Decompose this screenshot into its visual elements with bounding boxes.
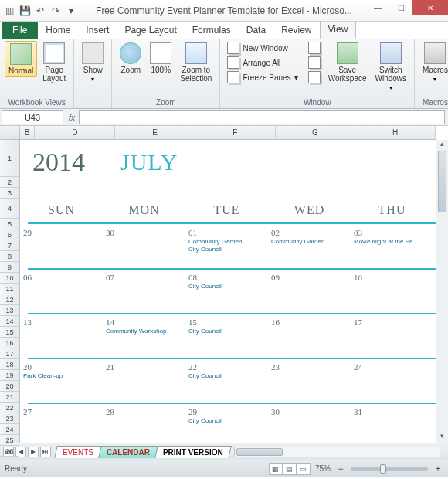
row-header[interactable]: 20 (0, 381, 19, 392)
scroll-down-icon[interactable]: ▾ (436, 432, 448, 443)
normal-view-button[interactable]: Normal (5, 41, 37, 77)
calendar-cell[interactable]: 03Movie Night at the Pa (351, 226, 433, 254)
calendar-cell[interactable]: 09 (268, 271, 351, 291)
name-box[interactable]: U43 (2, 110, 63, 124)
worksheet-cells[interactable]: 2014 JULY SUN MON TUE WED THU 293001Comm… (20, 140, 436, 443)
calendar-cell[interactable]: 23 (268, 361, 351, 381)
calendar-cell[interactable]: 21 (103, 361, 185, 381)
undo-icon[interactable]: ↶ (34, 5, 46, 17)
row-header[interactable]: 19 (0, 370, 19, 381)
switch-windows-button[interactable]: Switch Windows▾ (372, 41, 410, 93)
unhide-button[interactable] (306, 70, 323, 84)
row-header[interactable]: 21 (0, 392, 19, 403)
zoom-in-button[interactable]: + (433, 464, 443, 474)
calendar-cell[interactable]: 07 (103, 271, 185, 291)
row-header[interactable]: 8 (0, 251, 19, 262)
arrange-all-button[interactable]: Arrange All (225, 56, 300, 70)
normal-view-icon[interactable]: ▦ (269, 463, 283, 475)
calendar-cell[interactable]: 27 (20, 406, 103, 426)
row-header[interactable]: 6 (0, 229, 19, 240)
zoom-out-button[interactable]: − (335, 464, 346, 474)
row-header[interactable]: 14 (0, 316, 19, 327)
sheet-next-icon[interactable]: ▶ (28, 447, 39, 457)
row-header[interactable]: 12 (0, 294, 19, 305)
minimize-button[interactable]: — (366, 0, 389, 15)
row-header[interactable]: 4 (0, 199, 19, 219)
zoom-button[interactable]: Zoom (117, 41, 144, 76)
col-d[interactable]: D (35, 126, 115, 139)
calendar-cell[interactable]: 22City Council (185, 361, 268, 381)
calendar-cell[interactable]: 06 (20, 271, 103, 291)
home-tab[interactable]: Home (38, 22, 78, 39)
calendar-cell[interactable]: 17 (351, 316, 433, 336)
insert-tab[interactable]: Insert (78, 22, 117, 39)
row-header[interactable]: 5 (0, 219, 19, 229)
row-header[interactable]: 22 (0, 403, 19, 413)
scroll-thumb[interactable] (438, 151, 446, 212)
calendar-cell[interactable]: 24 (351, 361, 433, 381)
zoom-slider-handle[interactable] (380, 464, 386, 474)
calendar-cell[interactable]: 08City Council (185, 271, 268, 291)
save-workspace-button[interactable]: Save Workspace (325, 41, 370, 84)
row-header[interactable]: 7 (0, 240, 19, 251)
row-header[interactable]: 1 (0, 140, 19, 177)
calendar-cell[interactable]: 10 (351, 271, 433, 291)
hide-button[interactable] (306, 56, 323, 70)
close-button[interactable]: ✕ (412, 0, 448, 15)
calendar-cell[interactable]: 29 (20, 226, 103, 254)
calendar-cell[interactable]: 30 (268, 406, 351, 426)
col-b[interactable]: B (20, 126, 35, 139)
calendar-cell[interactable]: 28 (103, 406, 185, 426)
row-header[interactable]: 11 (0, 284, 19, 294)
calendar-cell[interactable]: 01Community GardenCity Council (185, 226, 268, 254)
row-header[interactable]: 23 (0, 413, 19, 424)
horizontal-scrollbar[interactable] (234, 447, 440, 457)
col-f[interactable]: F (195, 126, 276, 139)
calendar-cell[interactable]: 29City Council (185, 406, 268, 426)
show-button[interactable]: Show▾ (79, 41, 107, 84)
pagelayout-tab[interactable]: Page Layout (117, 22, 184, 39)
calendar-cell[interactable]: 13 (20, 316, 103, 336)
row-header[interactable]: 3 (0, 188, 19, 199)
scroll-up-icon[interactable]: ▴ (436, 140, 448, 151)
col-e[interactable]: E (115, 126, 195, 139)
split-button[interactable] (306, 41, 323, 55)
file-tab[interactable]: File (2, 22, 38, 39)
calendar-cell[interactable]: 02Community Garden (268, 226, 351, 254)
row-headers[interactable]: 1 2 3 4 5 6 7 8 9 10 11 12 13 14 15 16 1… (0, 140, 20, 443)
formulas-tab[interactable]: Formulas (185, 22, 239, 39)
row-header[interactable]: 24 (0, 424, 19, 435)
row-header[interactable]: 16 (0, 338, 19, 348)
column-headers[interactable]: B D E F G H (20, 126, 436, 140)
zoom-selection-button[interactable]: Zoom to Selection (177, 41, 215, 84)
calendar-cell[interactable]: 20Park Clean-up (20, 361, 103, 381)
page-break-view-icon[interactable]: ▭ (297, 463, 311, 475)
row-header[interactable]: 15 (0, 327, 19, 338)
page-layout-view-icon[interactable]: ▤ (283, 463, 297, 475)
macros-button[interactable]: Macros▾ (419, 41, 448, 84)
sheet-last-icon[interactable]: ⏭ (40, 447, 51, 457)
row-header[interactable]: 17 (0, 348, 19, 359)
calendar-cell[interactable]: 14Community Workshop (103, 316, 185, 336)
row-header[interactable]: 13 (0, 305, 19, 316)
select-all-button[interactable] (0, 126, 20, 140)
save-icon[interactable]: 💾 (19, 5, 31, 17)
calendar-cell[interactable]: 15City Council (185, 316, 268, 336)
view-tab[interactable]: View (320, 20, 357, 39)
zoom-slider[interactable] (351, 467, 428, 471)
row-header[interactable]: 9 (0, 262, 19, 273)
col-h[interactable]: H (355, 126, 436, 139)
row-header[interactable]: 18 (0, 359, 19, 370)
data-tab[interactable]: Data (239, 22, 273, 39)
sheet-tab-calendar[interactable]: CALENDAR (98, 446, 158, 458)
freeze-panes-button[interactable]: Freeze Panes ▾ (225, 70, 300, 84)
zoom-100-button[interactable]: 100% (147, 41, 175, 76)
new-window-button[interactable]: New Window (225, 41, 300, 55)
redo-icon[interactable]: ↷ (49, 5, 62, 17)
sheet-tab-print[interactable]: PRINT VERSION (154, 446, 231, 458)
qat-dropdown-icon[interactable]: ▾ (65, 5, 77, 17)
zoom-level[interactable]: 75% (315, 464, 331, 473)
sheet-tab-events[interactable]: EVENTS (54, 446, 101, 458)
fx-icon[interactable]: fx (65, 113, 79, 122)
page-layout-button[interactable]: Page Layout (39, 41, 69, 84)
